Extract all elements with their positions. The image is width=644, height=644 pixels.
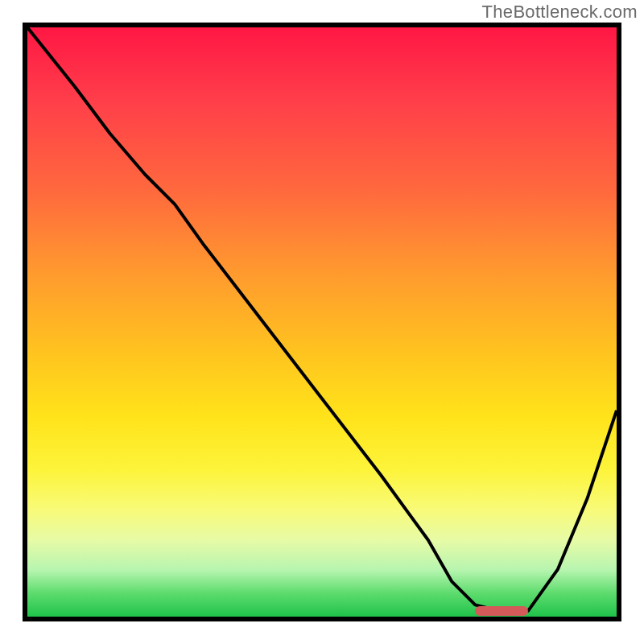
bottleneck-curve: [27, 27, 617, 617]
plot-area: [23, 23, 621, 621]
chart-container: TheBottleneck.com: [0, 0, 644, 644]
watermark-text: TheBottleneck.com: [482, 2, 638, 23]
optimal-range-marker: [475, 606, 528, 616]
